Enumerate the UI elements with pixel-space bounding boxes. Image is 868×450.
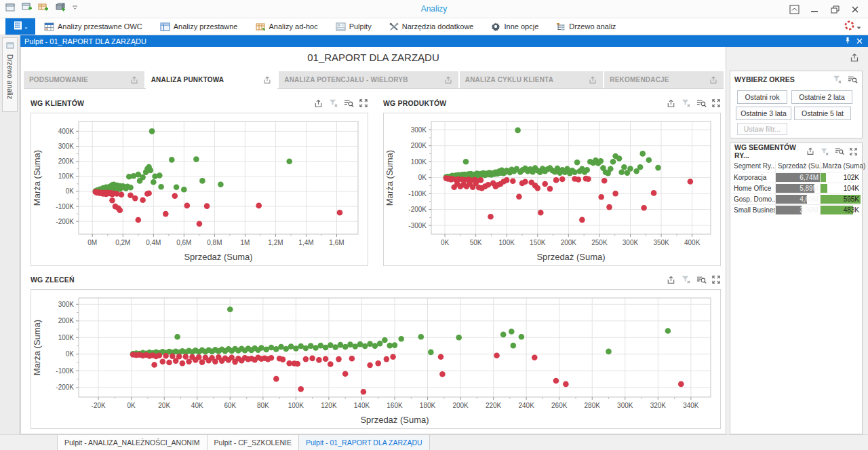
tab-analiza-cyklu-klienta[interactable]: ANALIZA CYKLU KLIENTA bbox=[460, 71, 604, 88]
chart-header-wg-produktow: WG PRODUKTÓW bbox=[383, 96, 721, 110]
docbar-close-icon[interactable] bbox=[856, 37, 868, 45]
svg-text:60K: 60K bbox=[224, 402, 236, 409]
export-icon[interactable] bbox=[806, 147, 815, 156]
doc-tab-cf-szkolenie[interactable]: Pulpit - CF_SZKOLENIE bbox=[208, 435, 299, 450]
svg-text:0K: 0K bbox=[127, 402, 136, 409]
analizy-application-window: Analizy Analizy przestawne OWC Analizy p… bbox=[0, 0, 868, 450]
maximize-icon[interactable] bbox=[849, 147, 858, 156]
export-icon[interactable] bbox=[313, 98, 323, 109]
tab-analiza-potencjalu-wieloryb[interactable]: ANALIZA POTENCJAŁU - WIELORYB bbox=[279, 71, 458, 88]
period-button-ostatnie-5-lat[interactable]: Ostatnie 5 lat bbox=[794, 107, 851, 120]
export-icon[interactable] bbox=[666, 275, 676, 285]
dashboard-export-icon[interactable] bbox=[849, 52, 860, 66]
restore-button[interactable] bbox=[825, 1, 845, 18]
svg-text:Sprzedaż (Suma): Sprzedaż (Suma) bbox=[184, 252, 252, 262]
help-dropdown-caret[interactable] bbox=[856, 20, 861, 33]
chart-header-wg-zlecen: WG ZLECEŃ bbox=[31, 273, 721, 286]
dashboard-caption: Pulpit - 01_RAPORT DLA ZARZĄDU bbox=[24, 37, 146, 45]
ribbon-item-analizy-ad-hoc[interactable]: Analizy ad-hoc bbox=[247, 18, 327, 35]
ribbon-item-analizy-przestawne[interactable]: Analizy przestawne bbox=[151, 18, 247, 35]
clear-filter-icon[interactable] bbox=[328, 98, 338, 108]
margin-bar bbox=[821, 184, 827, 193]
filter-editor-icon[interactable] bbox=[343, 98, 354, 109]
scatter-plot-wg-produktow[interactable]: 0K50K100K150K200K250K300K350K400K300K200… bbox=[384, 113, 720, 265]
ribbon-item-analizy-przestawne-owc[interactable]: Analizy przestawne OWC bbox=[35, 18, 151, 35]
ribbon-item-pulpity[interactable]: Pulpity bbox=[327, 18, 380, 35]
svg-text:100K: 100K bbox=[499, 239, 515, 246]
segments-table: Segment Ry... Sprzedaż (Su... Marża (Sum… bbox=[732, 161, 861, 215]
export-icon[interactable] bbox=[709, 75, 718, 85]
drzewo-analiz-tab-label: Drzewo analiz bbox=[6, 54, 14, 99]
svg-text:-100K: -100K bbox=[408, 190, 427, 198]
ribbon-item-label: Analizy przestawne bbox=[174, 22, 238, 31]
maximize-icon[interactable] bbox=[359, 98, 368, 108]
help-icon[interactable] bbox=[844, 20, 854, 33]
svg-text:400K: 400K bbox=[58, 128, 75, 135]
segments-table-header: Segment Ry... Sprzedaż (Su... Marża (Sum… bbox=[732, 161, 861, 172]
svg-text:140K: 140K bbox=[354, 402, 370, 409]
tab-label: REKOMENDACJE bbox=[610, 76, 702, 83]
application-menu-button[interactable] bbox=[5, 18, 35, 35]
svg-text:0K: 0K bbox=[418, 174, 427, 181]
svg-text:160K: 160K bbox=[387, 402, 403, 409]
period-button-ostatnie-2-lata[interactable]: Ostatnie 2 lata bbox=[791, 90, 852, 104]
svg-text:100K: 100K bbox=[58, 334, 75, 341]
svg-text:400K: 400K bbox=[684, 239, 701, 246]
svg-text:100K: 100K bbox=[288, 402, 304, 409]
ribbon-item-inne-opcje[interactable]: Inne opcje bbox=[482, 18, 547, 35]
segments-panel: WG SEGMENTÓW RY... Segment Ry... Sprzeda… bbox=[730, 143, 863, 434]
column-header-marza[interactable]: Marża (Suma) bbox=[821, 162, 865, 170]
export-icon[interactable] bbox=[588, 75, 597, 85]
clear-filter-icon[interactable] bbox=[832, 75, 842, 84]
period-button-ostatnie-3-lata[interactable]: Ostatnie 3 lata bbox=[736, 107, 791, 120]
pin-icon[interactable] bbox=[844, 37, 856, 45]
table-row[interactable]: Small Business 3,99M 483K bbox=[732, 204, 861, 215]
margin-value: 483K bbox=[844, 205, 859, 216]
close-button[interactable] bbox=[845, 1, 865, 18]
column-header-segment[interactable]: Segment Ry... bbox=[732, 161, 775, 172]
tab-rekomendacje[interactable]: REKOMENDACJE bbox=[604, 71, 724, 88]
svg-text:350K: 350K bbox=[653, 239, 669, 246]
svg-text:-200K: -200K bbox=[408, 206, 427, 213]
window-controls bbox=[784, 0, 865, 18]
tab-analiza-punktowa[interactable]: ANALIZA PUNKTOWA bbox=[146, 71, 278, 88]
table-row[interactable]: Home Office 5,89M 104K bbox=[732, 183, 861, 193]
clear-filter-icon[interactable] bbox=[681, 98, 691, 108]
column-header-sprzedaz[interactable]: Sprzedaż (Su... bbox=[776, 162, 825, 170]
filter-editor-icon[interactable] bbox=[834, 147, 844, 156]
svg-text:0M: 0M bbox=[87, 239, 97, 246]
panel-title: WG SEGMENTÓW RY... bbox=[734, 143, 806, 160]
export-icon[interactable] bbox=[262, 75, 272, 85]
ribbon-item-narzedzia-dodatkowe[interactable]: Narzędzia dodatkowe bbox=[380, 18, 483, 35]
tab-podsumowanie[interactable]: PODSUMOWANIE bbox=[24, 71, 144, 88]
scatter-plot-wg-klientow[interactable]: 0M0,2M0,4M0,6M0,8M1M1,2M1,4M1,6M400K300K… bbox=[31, 113, 368, 265]
sales-value: 6,74M bbox=[800, 172, 818, 183]
drzewo-analiz-collapsed-tab[interactable]: Drzewo analiz bbox=[2, 37, 18, 112]
filter-editor-icon[interactable] bbox=[696, 98, 707, 109]
minimize-button[interactable] bbox=[804, 1, 825, 18]
export-icon[interactable] bbox=[443, 75, 453, 85]
clear-filter-icon[interactable] bbox=[681, 275, 691, 284]
maximize-icon[interactable] bbox=[711, 98, 721, 108]
filter-editor-icon[interactable] bbox=[847, 75, 858, 85]
scatter-plot-wg-zlecen[interactable]: -20K0K20K40K60K80K100K120K140K160K180K20… bbox=[31, 290, 720, 428]
svg-text:340K: 340K bbox=[683, 402, 699, 409]
margin-value: 104K bbox=[844, 183, 859, 194]
ribbon-toggle-button[interactable] bbox=[784, 1, 804, 18]
export-icon[interactable] bbox=[666, 98, 676, 109]
doc-tab-analiza-naleznosci[interactable]: Pulpit - ANALIZA_NALEŻNOŚCI_ANONIM bbox=[57, 435, 208, 450]
table-row[interactable]: Gosp. Domo... 4,69M 595K bbox=[732, 193, 861, 204]
svg-text:200K: 200K bbox=[561, 239, 577, 246]
chart-toolbar bbox=[313, 98, 368, 109]
chart-header-wg-klientow: WG KLIENTÓW bbox=[31, 96, 368, 110]
doc-tab-01-raport-dla-zarzadu[interactable]: Pulpit - 01_RAPORT DLA ZARZĄDU bbox=[299, 435, 430, 450]
clear-filter-icon[interactable] bbox=[820, 147, 829, 156]
filter-editor-icon[interactable] bbox=[696, 275, 707, 285]
table-row[interactable]: Korporacja 6,74M 102K bbox=[732, 172, 861, 183]
period-button-ostatni-rok[interactable]: Ostatni rok bbox=[737, 90, 787, 104]
ribbon-item-drzewo-analiz[interactable]: Drzewo analiz bbox=[547, 18, 625, 35]
maximize-icon[interactable] bbox=[711, 275, 721, 284]
period-button-ustaw-filtr[interactable]: Ustaw filtr... bbox=[737, 123, 787, 135]
svg-text:200K: 200K bbox=[58, 157, 75, 165]
export-icon[interactable] bbox=[130, 75, 139, 85]
